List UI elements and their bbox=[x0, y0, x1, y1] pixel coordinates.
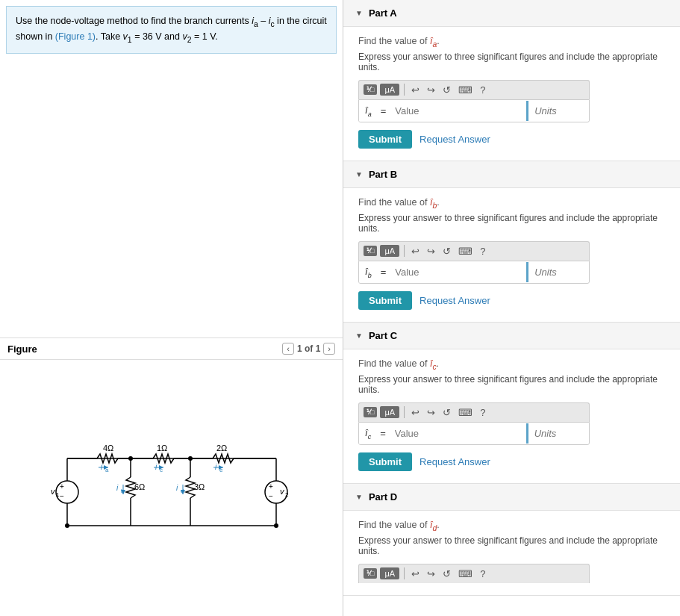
keyboard-button-b[interactable]: ⌨ bbox=[456, 245, 475, 258]
undo-button-b[interactable]: ↩ bbox=[409, 245, 422, 258]
svg-point-49 bbox=[274, 523, 278, 528]
part-d-find: Find the value of îd. bbox=[358, 520, 665, 532]
fraction-button-c[interactable]: ⅟□ bbox=[364, 407, 377, 417]
help-button-d[interactable]: ? bbox=[478, 567, 487, 580]
fraction-button-a[interactable]: ⅟□ bbox=[364, 84, 377, 95]
part-c-equals: = bbox=[377, 428, 389, 439]
part-c-section: ▼ Part C Find the value of îc. Express y… bbox=[343, 323, 680, 484]
fraction-button-d[interactable]: ⅟□ bbox=[364, 568, 377, 579]
mu-button-b[interactable]: μA bbox=[380, 245, 399, 257]
figure-next-button[interactable]: › bbox=[323, 343, 335, 355]
problem-statement: Use the node-voltage method to find the … bbox=[6, 6, 337, 54]
part-a-units-input[interactable] bbox=[527, 101, 590, 121]
part-b-submit-button[interactable]: Submit bbox=[358, 291, 412, 310]
part-a-input-label: îa bbox=[359, 100, 378, 122]
toolbar-sep-c bbox=[404, 406, 405, 418]
svg-text:i: i bbox=[176, 484, 178, 492]
redo-button-c[interactable]: ↪ bbox=[425, 406, 437, 419]
keyboard-button-a[interactable]: ⌨ bbox=[456, 84, 475, 96]
svg-text:+: + bbox=[60, 482, 64, 491]
part-d-header: ▼ Part D bbox=[343, 484, 680, 511]
fraction-button-b[interactable]: ⅟□ bbox=[364, 246, 377, 256]
undo-button-d[interactable]: ↩ bbox=[409, 567, 422, 580]
part-d-section: ▼ Part D Find the value of îd. Express y… bbox=[343, 484, 680, 596]
figure-prev-button[interactable]: ‹ bbox=[282, 343, 294, 355]
part-b-value-input[interactable] bbox=[389, 262, 527, 282]
part-b-request-link[interactable]: Request Answer bbox=[419, 295, 490, 306]
part-b-label: Part B bbox=[369, 169, 397, 180]
part-a-input-row: îa = bbox=[358, 99, 590, 123]
figure-page: 1 of 1 bbox=[297, 343, 320, 354]
part-b-arrow: ▼ bbox=[355, 170, 363, 178]
svg-text:v: v bbox=[51, 487, 56, 496]
svg-text:d: d bbox=[181, 488, 184, 494]
svg-text:+: + bbox=[269, 482, 273, 491]
part-c-value-input[interactable] bbox=[389, 423, 527, 444]
part-d-label: Part D bbox=[369, 491, 397, 503]
toolbar-sep-b bbox=[404, 245, 405, 257]
part-d-body: Find the value of îd. Express your answe… bbox=[343, 511, 680, 595]
redo-button-d[interactable]: ↪ bbox=[425, 567, 437, 580]
part-a-toolbar: ⅟□ μA ↩ ↪ ↺ ⌨ ? bbox=[358, 80, 590, 99]
undo-button-a[interactable]: ↩ bbox=[409, 84, 422, 96]
figure-nav: ‹ 1 of 1 › bbox=[282, 343, 335, 355]
part-a-label: Part A bbox=[369, 7, 397, 19]
reset-button-b[interactable]: ↺ bbox=[440, 245, 453, 258]
part-a-body: Find the value of îa. Express your answe… bbox=[343, 27, 680, 161]
help-button-a[interactable]: ? bbox=[478, 84, 487, 96]
part-b-body: Find the value of îb. Express your answe… bbox=[343, 188, 680, 322]
part-c-arrow: ▼ bbox=[355, 332, 363, 340]
svg-text:2Ω: 2Ω bbox=[216, 444, 227, 452]
help-button-c[interactable]: ? bbox=[478, 406, 487, 419]
left-panel: Use the node-voltage method to find the … bbox=[0, 0, 343, 616]
redo-button-a[interactable]: ↪ bbox=[425, 84, 437, 96]
svg-point-48 bbox=[65, 523, 69, 528]
part-c-request-link[interactable]: Request Answer bbox=[419, 456, 490, 467]
part-b-units-input[interactable] bbox=[527, 262, 590, 282]
redo-button-b[interactable]: ↪ bbox=[425, 245, 437, 258]
mu-button-c[interactable]: μA bbox=[380, 406, 399, 418]
reset-button-d[interactable]: ↺ bbox=[440, 567, 453, 580]
part-d-express: Express your answer to three significant… bbox=[358, 535, 665, 556]
undo-button-c[interactable]: ↩ bbox=[409, 406, 422, 419]
part-c-actions: Submit Request Answer bbox=[358, 452, 665, 471]
figure-label: Figure bbox=[7, 343, 37, 355]
figure-canvas: + − v 1 4Ω i a 6Ω bbox=[0, 360, 343, 616]
part-c-express: Express your answer to three significant… bbox=[358, 374, 665, 395]
svg-text:1Ω: 1Ω bbox=[157, 444, 167, 452]
part-d-arrow: ▼ bbox=[355, 493, 363, 501]
part-b-section: ▼ Part B Find the value of îb. Express y… bbox=[343, 161, 680, 323]
part-b-toolbar: ⅟□ μA ↩ ↪ ↺ ⌨ ? bbox=[358, 241, 590, 261]
part-a-value-input[interactable] bbox=[389, 101, 527, 121]
svg-text:4Ω: 4Ω bbox=[103, 444, 113, 452]
part-c-header: ▼ Part C bbox=[343, 323, 680, 349]
part-b-input-row: îb = bbox=[358, 261, 590, 284]
part-a-submit-button[interactable]: Submit bbox=[358, 130, 412, 149]
figure-link[interactable]: (Figure 1) bbox=[55, 31, 96, 42]
figure-area: Figure ‹ 1 of 1 › + − v 1 bbox=[0, 337, 343, 616]
part-a-express: Express your answer to three significant… bbox=[358, 52, 665, 72]
part-c-label: Part C bbox=[369, 330, 397, 341]
part-a-find: Find the value of îa. bbox=[358, 36, 665, 49]
reset-button-a[interactable]: ↺ bbox=[440, 84, 453, 96]
mu-button-a[interactable]: μA bbox=[380, 84, 399, 96]
part-b-actions: Submit Request Answer bbox=[358, 291, 665, 310]
svg-text:6Ω: 6Ω bbox=[134, 482, 145, 491]
part-b-header: ▼ Part B bbox=[343, 161, 680, 188]
help-button-b[interactable]: ? bbox=[478, 245, 487, 258]
figure-header: Figure ‹ 1 of 1 › bbox=[0, 338, 343, 360]
part-a-request-link[interactable]: Request Answer bbox=[419, 134, 490, 145]
part-c-submit-button[interactable]: Submit bbox=[358, 452, 412, 471]
part-c-units-input[interactable] bbox=[527, 423, 590, 444]
svg-text:−: − bbox=[269, 492, 273, 500]
svg-text:v: v bbox=[280, 487, 285, 496]
svg-text:3Ω: 3Ω bbox=[194, 482, 205, 491]
keyboard-button-d[interactable]: ⌨ bbox=[456, 567, 475, 580]
keyboard-button-c[interactable]: ⌨ bbox=[456, 406, 475, 419]
right-panel: ▼ Part A Find the value of îa. Express y… bbox=[343, 0, 680, 616]
part-d-toolbar: ⅟□ μA ↩ ↪ ↺ ⌨ ? bbox=[358, 564, 590, 583]
mu-button-d[interactable]: μA bbox=[380, 567, 399, 579]
part-c-find: Find the value of îc. bbox=[358, 358, 665, 371]
reset-button-c[interactable]: ↺ bbox=[440, 406, 453, 419]
svg-text:i: i bbox=[116, 484, 119, 492]
